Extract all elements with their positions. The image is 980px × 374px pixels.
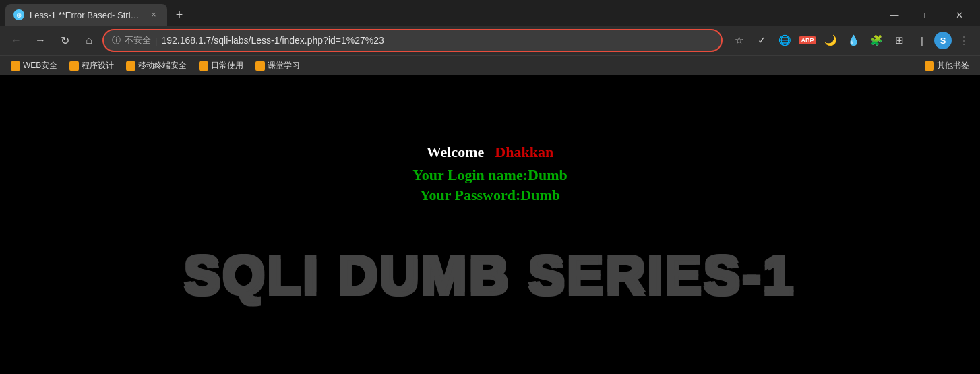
lock-icon: ⓘ bbox=[112, 34, 121, 46]
other-bookmarks-button[interactable]: 其他书签 bbox=[919, 58, 975, 73]
bookmark-favicon-4 bbox=[255, 61, 265, 71]
other-bookmarks-label: 其他书签 bbox=[937, 60, 969, 71]
bookmark-item-classroom[interactable]: 课堂学习 bbox=[250, 58, 305, 73]
bookmark-star-button[interactable]: ☆ bbox=[728, 30, 749, 51]
bookmark-favicon-3 bbox=[199, 61, 208, 71]
password-label: Your Password: bbox=[420, 187, 520, 204]
navigation-bar: ← → ↻ ⌂ ⓘ 不安全 | ☆ ✓ 🌐 ABP 🌙 💧 🧩 ⊞ | S ⋮ bbox=[0, 26, 980, 55]
bookmark-favicon-2 bbox=[126, 61, 135, 71]
bookmark-label-4: 课堂学习 bbox=[268, 60, 300, 71]
maximize-button[interactable]: □ bbox=[911, 4, 942, 26]
welcome-section: Welcome Dhakkan Your Login name:Dumb You… bbox=[412, 144, 567, 204]
browser-tab[interactable]: ⊕ Less-1 **Error Based- String** × bbox=[5, 4, 167, 26]
forward-button[interactable]: → bbox=[30, 30, 51, 51]
page-content: Welcome Dhakkan Your Login name:Dumb You… bbox=[0, 75, 980, 374]
droplet-icon[interactable]: 💧 bbox=[843, 30, 864, 51]
profile-avatar[interactable]: S bbox=[934, 32, 952, 49]
sqli-title-text: SQLI DUMB SERIES-1 bbox=[184, 245, 796, 305]
bookmark-favicon-1 bbox=[69, 61, 79, 71]
extension-icon[interactable]: 🌐 bbox=[774, 30, 795, 51]
bookmark-item-programming[interactable]: 程序设计 bbox=[64, 58, 119, 73]
reload-button[interactable]: ↻ bbox=[54, 30, 75, 51]
separator: | bbox=[155, 36, 157, 46]
check-button[interactable]: ✓ bbox=[751, 30, 772, 51]
address-input[interactable] bbox=[161, 35, 713, 46]
window-controls: — □ ✕ bbox=[879, 4, 975, 26]
bookmark-label-3: 日常使用 bbox=[211, 60, 243, 71]
login-name-text: Your Login name:Dumb bbox=[412, 166, 567, 184]
menu-button[interactable]: ⋮ bbox=[953, 30, 975, 51]
nav-right-icons: ☆ ✓ 🌐 ABP 🌙 💧 🧩 ⊞ | S ⋮ bbox=[728, 30, 975, 51]
close-button[interactable]: ✕ bbox=[944, 4, 975, 26]
home-button[interactable]: ⌂ bbox=[78, 30, 100, 51]
login-name-value: Dumb bbox=[528, 166, 568, 183]
shield-icon[interactable]: 🌙 bbox=[820, 30, 841, 51]
insecure-label: 不安全 bbox=[125, 34, 151, 46]
tab-bar: ⊕ Less-1 **Error Based- String** × + — □… bbox=[0, 0, 980, 26]
address-bar-container[interactable]: ⓘ 不安全 | bbox=[102, 29, 723, 52]
browser-chrome: ⊕ Less-1 **Error Based- String** × + — □… bbox=[0, 0, 980, 75]
password-value: Dumb bbox=[520, 187, 560, 204]
history-icon[interactable]: ⊞ bbox=[888, 30, 910, 51]
bookmark-label-0: WEB安全 bbox=[23, 60, 57, 71]
tab-close-button[interactable]: × bbox=[148, 9, 159, 20]
dhakkan-text: Dhakkan bbox=[495, 144, 553, 161]
other-bookmarks-favicon bbox=[925, 61, 934, 71]
password-text: Your Password:Dumb bbox=[412, 187, 567, 204]
abp-icon[interactable]: ABP bbox=[797, 30, 818, 51]
bookmark-favicon-0 bbox=[11, 61, 20, 71]
bookmark-label-2: 移动终端安全 bbox=[138, 60, 187, 71]
back-button[interactable]: ← bbox=[5, 30, 27, 51]
welcome-text: Welcome bbox=[427, 144, 485, 161]
tab-favicon: ⊕ bbox=[13, 9, 24, 20]
welcome-line: Welcome Dhakkan bbox=[412, 144, 567, 161]
bookmarks-bar: WEB安全 程序设计 移动终端安全 日常使用 课堂学习 其他书签 bbox=[0, 55, 980, 75]
separator-icon: | bbox=[911, 30, 933, 51]
bookmark-label-1: 程序设计 bbox=[82, 60, 114, 71]
bookmarks-separator bbox=[611, 59, 611, 73]
tab-title: Less-1 **Error Based- String** bbox=[30, 10, 143, 20]
login-name-label: Your Login name: bbox=[412, 166, 528, 183]
abp-badge: ABP bbox=[799, 36, 816, 44]
minimize-button[interactable]: — bbox=[879, 4, 910, 26]
bookmark-item-mobile-security[interactable]: 移动终端安全 bbox=[121, 58, 192, 73]
new-tab-button[interactable]: + bbox=[170, 5, 189, 24]
puzzle-icon[interactable]: 🧩 bbox=[865, 30, 887, 51]
sqli-title: SQLI DUMB SERIES-1 bbox=[184, 245, 796, 307]
bookmark-item-web-security[interactable]: WEB安全 bbox=[5, 58, 63, 73]
bookmark-item-daily[interactable]: 日常使用 bbox=[193, 58, 249, 73]
